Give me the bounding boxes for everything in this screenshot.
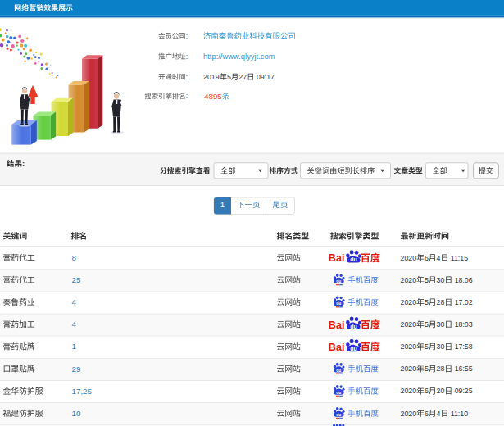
svg-text:du: du [350,256,357,262]
svg-text:4895: 4895 [204,92,222,101]
svg-text:30: 30 [437,320,445,329]
svg-text:16:55: 16:55 [452,365,473,373]
svg-text:du: du [336,412,341,417]
svg-text:du: du [336,368,341,373]
svg-text:1: 1 [72,342,76,351]
svg-text:18:06: 18:06 [452,276,473,284]
svg-text:Bai: Bai [329,252,345,264]
svg-text:du: du [336,279,341,283]
svg-text:2020: 2020 [401,342,417,351]
svg-text:1: 1 [220,200,225,209]
svg-text:29: 29 [72,365,81,374]
svg-text:17:02: 17:02 [452,298,473,306]
svg-text:5: 5 [425,298,429,306]
svg-text:5: 5 [425,365,429,373]
svg-text:http://www.qlyyjt.com: http://www.qlyyjt.com [203,52,275,61]
svg-text:30: 30 [437,342,445,351]
svg-text::: : [186,73,188,81]
svg-text:2020: 2020 [401,298,417,306]
svg-text:30: 30 [437,276,445,284]
svg-text::: : [186,92,188,100]
svg-text:4: 4 [72,320,77,329]
svg-text:du: du [336,390,341,395]
svg-text::: : [22,159,25,168]
svg-text:Bai: Bai [329,320,345,331]
svg-text:6: 6 [425,254,429,262]
svg-text:5: 5 [425,320,429,329]
svg-text::: : [186,32,188,40]
svg-text:2020: 2020 [401,254,417,262]
svg-text:2020: 2020 [401,320,417,329]
svg-text:17,25: 17,25 [72,387,93,396]
svg-text:28: 28 [437,298,445,306]
svg-text:09:17: 09:17 [255,73,275,81]
svg-text:2020: 2020 [401,276,417,284]
svg-text:du: du [350,324,357,329]
svg-text:5: 5 [227,73,231,81]
svg-text:8: 8 [72,253,77,262]
svg-text:27: 27 [238,73,247,81]
svg-text:du: du [350,346,357,351]
svg-text:28: 28 [437,365,445,373]
svg-text:10: 10 [72,409,81,418]
svg-text:6: 6 [425,410,429,418]
svg-text:4: 4 [437,410,441,418]
svg-text:du: du [336,301,341,306]
svg-text:5: 5 [425,342,429,351]
svg-text:20: 20 [437,387,445,395]
svg-text:2020: 2020 [401,410,417,418]
svg-text:2020: 2020 [401,365,417,373]
svg-text::: : [186,52,188,61]
svg-text:25: 25 [72,275,81,284]
svg-text:4: 4 [437,254,441,262]
svg-text:11:15: 11:15 [448,254,468,262]
svg-text:18:03: 18:03 [452,320,473,329]
svg-text:2020: 2020 [401,387,417,395]
svg-text:17:58: 17:58 [452,342,473,351]
svg-text:Bai: Bai [329,342,345,353]
svg-text:5: 5 [425,276,429,284]
svg-text:4: 4 [72,297,77,306]
svg-text:2019: 2019 [203,73,220,81]
svg-text:6: 6 [425,387,429,395]
svg-text:09:25: 09:25 [452,387,473,395]
svg-text:11:10: 11:10 [448,410,468,418]
